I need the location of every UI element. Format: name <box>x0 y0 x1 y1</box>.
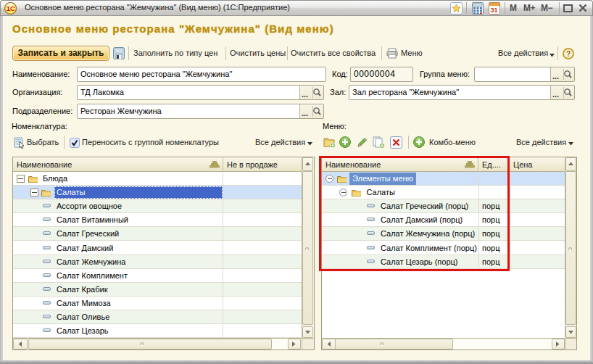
svg-text:1С: 1С <box>7 5 15 12</box>
svg-text:31: 31 <box>491 7 498 14</box>
